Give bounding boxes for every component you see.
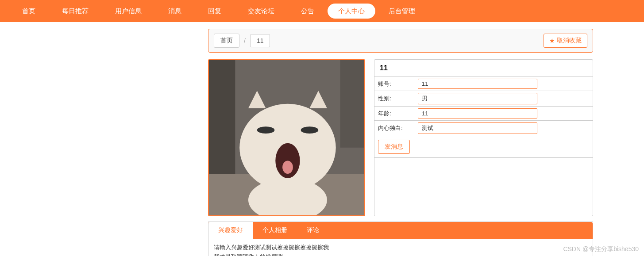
breadcrumb-current: 11 xyxy=(250,34,270,47)
nav-personal[interactable]: 个人中心 xyxy=(328,4,375,19)
field-age: 年龄: 11 xyxy=(374,107,593,121)
info-empty-space xyxy=(374,158,593,216)
profile-title: 11 xyxy=(374,60,593,77)
tabs-card: 兴趣爱好 个人相册 评论 请输入兴趣爱好测试测试擦擦擦擦擦擦擦擦我 我才是孙嘻嘻… xyxy=(208,222,593,256)
monologue-value: 测试 xyxy=(418,122,537,134)
tab-album[interactable]: 个人相册 xyxy=(253,222,297,239)
tab-hobby[interactable]: 兴趣爱好 xyxy=(208,222,253,239)
breadcrumb-bar: 首页 / 11 ★ 取消收藏 xyxy=(208,29,593,53)
age-value: 11 xyxy=(418,108,537,118)
star-icon: ★ xyxy=(549,37,555,44)
account-value: 11 xyxy=(418,79,537,89)
tabs-header: 兴趣爱好 个人相册 评论 xyxy=(208,222,593,239)
hobby-text-line2: 我才是孙嘻嘻敌人的发额测 xyxy=(214,252,587,256)
tab-comments[interactable]: 评论 xyxy=(297,222,329,239)
svg-point-5 xyxy=(301,126,319,134)
message-row: 发消息 xyxy=(374,136,593,158)
main-content: 首页 / 11 ★ 取消收藏 xyxy=(208,29,593,256)
hobby-text-line1: 请输入兴趣爱好测试测试擦擦擦擦擦擦擦擦我 xyxy=(214,243,587,252)
nav-forum[interactable]: 交友论坛 xyxy=(235,4,288,19)
nav-daily[interactable]: 每日推荐 xyxy=(49,4,102,19)
gender-value: 男 xyxy=(418,93,537,104)
svg-point-7 xyxy=(282,160,293,174)
tab-content: 请输入兴趣爱好测试测试擦擦擦擦擦擦擦擦我 我才是孙嘻嘻敌人的发额测 xyxy=(208,239,593,256)
top-nav: 首页 每日推荐 用户信息 消息 回复 交友论坛 公告 个人中心 后台管理 xyxy=(0,0,644,22)
nav-home[interactable]: 首页 xyxy=(9,4,49,19)
favorite-label: 取消收藏 xyxy=(557,37,582,45)
breadcrumb-home[interactable]: 首页 xyxy=(214,34,239,48)
breadcrumb-sep: / xyxy=(244,37,246,44)
nav-notice[interactable]: 公告 xyxy=(288,4,328,19)
cancel-favorite-button[interactable]: ★ 取消收藏 xyxy=(544,34,587,48)
field-account: 账号: 11 xyxy=(374,77,593,91)
nav-admin[interactable]: 后台管理 xyxy=(375,4,428,19)
avatar xyxy=(208,59,365,216)
avatar-image xyxy=(209,60,364,215)
field-monologue: 内心独白: 测试 xyxy=(374,121,593,136)
nav-userinfo[interactable]: 用户信息 xyxy=(102,4,155,19)
gender-label: 性别: xyxy=(378,95,418,103)
watermark: CSDN @专注分享bishe530 xyxy=(563,245,639,253)
svg-rect-8 xyxy=(209,60,235,174)
send-message-button[interactable]: 发消息 xyxy=(378,140,410,154)
nav-reply[interactable]: 回复 xyxy=(195,4,235,19)
svg-rect-9 xyxy=(340,60,364,148)
account-label: 账号: xyxy=(378,80,418,88)
svg-point-4 xyxy=(257,126,275,134)
field-gender: 性别: 男 xyxy=(374,91,593,107)
monologue-label: 内心独白: xyxy=(378,124,418,132)
profile-row: 11 账号: 11 性别: 男 年龄: 11 内心独白: 测试 发消息 xyxy=(208,59,593,216)
breadcrumb: 首页 / 11 xyxy=(214,34,270,48)
nav-messages[interactable]: 消息 xyxy=(155,4,195,19)
info-card: 11 账号: 11 性别: 男 年龄: 11 内心独白: 测试 发消息 xyxy=(374,59,593,216)
age-label: 年龄: xyxy=(378,110,418,118)
